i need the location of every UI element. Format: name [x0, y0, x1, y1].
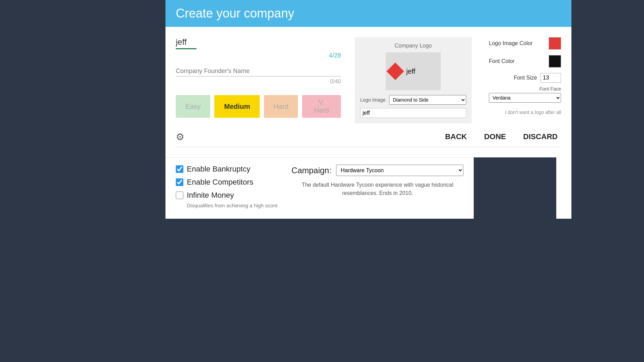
- back-button[interactable]: BACK: [442, 130, 471, 143]
- vhard-button[interactable]: V. Hard: [302, 95, 341, 118]
- font-face-label: Font Face: [489, 86, 561, 92]
- logo-image-select[interactable]: Diamond to Side No Image Circle Square: [389, 95, 466, 105]
- page-title: Create your company: [176, 6, 561, 21]
- competitors-label: Enable Competitors: [187, 178, 253, 187]
- action-row: ⚙ BACK DONE DISCARD: [176, 130, 561, 143]
- logo-section: Company Logo jeff Logo Image Diamond to …: [355, 37, 472, 123]
- font-size-input[interactable]: [540, 73, 561, 83]
- font-color-row: Font Color: [489, 55, 561, 68]
- logo-diamond-shape: [387, 63, 404, 80]
- competitors-checkbox[interactable]: [176, 178, 183, 186]
- logo-text-input[interactable]: [360, 108, 466, 118]
- font-face-select[interactable]: Verdana Arial Times New Roman Courier Ne…: [489, 93, 561, 103]
- settings-button[interactable]: ⚙: [176, 131, 184, 143]
- right-options: Logo Image Color Font Color Font Size Fo…: [485, 37, 561, 123]
- bankruptcy-row: Enable Bankruptcy: [176, 165, 278, 174]
- done-button[interactable]: DONE: [481, 130, 509, 143]
- medium-button[interactable]: Medium: [214, 95, 260, 118]
- bottom-wrapper: Enable Bankruptcy Enable Competitors Inf…: [165, 157, 571, 219]
- left-form: jeff 4/28 0/40 Easy Medium Hard V. Hard: [176, 37, 341, 123]
- font-color-label: Font Color: [489, 58, 515, 64]
- difficulty-row: Easy Medium Hard V. Hard: [176, 95, 341, 118]
- page-header: Create your company: [165, 0, 571, 27]
- logo-preview-text: jeff: [406, 68, 415, 75]
- campaign-select[interactable]: Hardware Tycoon Custom: [336, 165, 463, 176]
- logo-section-title: Company Logo: [360, 43, 466, 49]
- discard-button[interactable]: DISCARD: [520, 130, 561, 143]
- font-size-label: Font Size: [514, 75, 537, 81]
- campaign-select-row: Campaign: Hardware Tycoon Custom: [291, 165, 463, 176]
- no-logo-link[interactable]: I don't want a logo after all: [489, 110, 561, 115]
- campaign-description: The default Hardware Tycoon experience w…: [291, 181, 463, 197]
- logo-image-row: Logo Image Diamond to Side No Image Circ…: [360, 95, 466, 105]
- infinite-money-row: Infinite Money: [176, 191, 278, 200]
- infinite-money-sub: Disqualifies from achieving a high score: [187, 203, 278, 208]
- competitors-row: Enable Competitors: [176, 178, 278, 187]
- logo-image-color-swatch[interactable]: [549, 37, 561, 50]
- campaign-col: Campaign: Hardware Tycoon Custom The def…: [291, 165, 463, 208]
- dark-right-panel: [474, 157, 556, 219]
- logo-image-color-label: Logo Image Color: [489, 40, 533, 46]
- easy-button[interactable]: Easy: [176, 95, 210, 118]
- main-panel: jeff 4/28 0/40 Easy Medium Hard V. Hard …: [165, 27, 571, 157]
- bottom-section: Enable Bankruptcy Enable Competitors Inf…: [165, 157, 474, 219]
- infinite-money-checkbox[interactable]: [176, 192, 183, 199]
- logo-image-label: Logo Image: [360, 97, 386, 103]
- company-name-char-count: 4/28: [176, 52, 341, 59]
- founder-name-wrap: [176, 66, 341, 76]
- logo-image-color-row: Logo Image Color: [489, 37, 561, 50]
- checkboxes-col: Enable Bankruptcy Enable Competitors Inf…: [176, 165, 278, 208]
- font-size-row: Font Size: [489, 73, 561, 83]
- bankruptcy-checkbox[interactable]: [176, 165, 183, 173]
- hard-button[interactable]: Hard: [264, 95, 298, 118]
- divider: [176, 147, 561, 147]
- infinite-money-label: Infinite Money: [187, 191, 234, 200]
- founder-char-count: 0/40: [176, 79, 341, 85]
- company-name-display: jeff: [176, 37, 341, 47]
- top-section: jeff 4/28 0/40 Easy Medium Hard V. Hard …: [176, 37, 561, 123]
- logo-preview: jeff: [386, 52, 441, 90]
- founder-name-input[interactable]: [176, 66, 341, 76]
- font-color-swatch[interactable]: [549, 55, 561, 68]
- name-underline: [176, 48, 196, 49]
- bankruptcy-label: Enable Bankruptcy: [187, 165, 250, 174]
- campaign-label: Campaign:: [291, 166, 331, 175]
